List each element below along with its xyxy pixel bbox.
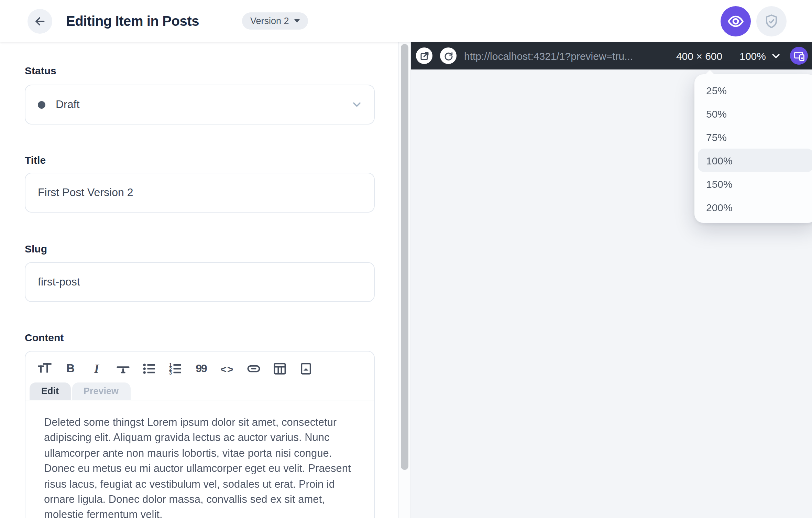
shield-check-icon <box>763 13 780 30</box>
status-dot-icon <box>38 101 45 108</box>
content-label: Content <box>25 332 64 343</box>
status-label: Status <box>25 65 56 76</box>
editor-toolbar: B I 123 99 <> <box>25 352 374 378</box>
italic-button[interactable]: I <box>89 360 105 377</box>
zoom-option-50[interactable]: 50% <box>698 102 812 125</box>
preview-toolbar: http://localhost:4321/1?preview=tru... 4… <box>411 42 812 69</box>
title-input[interactable]: First Post Version 2 <box>25 173 375 213</box>
strikethrough-icon <box>115 361 130 376</box>
panel-scrollbar-thumb[interactable] <box>401 44 408 470</box>
content-editor: B I 123 99 <> <box>25 351 375 518</box>
open-in-new-tab-button[interactable] <box>416 47 432 64</box>
zoom-option-200[interactable]: 200% <box>698 195 812 219</box>
tab-edit[interactable]: Edit <box>30 382 70 400</box>
quote-button[interactable]: 99 <box>193 360 209 377</box>
unordered-list-icon <box>141 361 156 376</box>
zoom-dropdown-menu: 25% 50% 75% 100% 150% 200% <box>694 74 812 223</box>
slug-label: Slug <box>25 243 47 255</box>
table-button[interactable] <box>272 360 287 377</box>
zoom-option-150[interactable]: 150% <box>698 172 812 195</box>
zoom-option-25[interactable]: 25% <box>698 78 812 102</box>
content-textarea[interactable]: Deleted some thingst Lorem ipsum dolor s… <box>25 400 373 518</box>
text-size-icon <box>37 361 52 376</box>
page-title: Editing Item in Posts <box>66 13 199 29</box>
arrow-left-icon <box>33 14 47 28</box>
link-icon <box>246 361 261 376</box>
app-window: Status Draft Title First Post Version 2 … <box>0 0 812 518</box>
text-size-button[interactable] <box>36 360 52 377</box>
validation-shield-button[interactable] <box>756 6 787 36</box>
image-icon <box>298 361 313 376</box>
back-button[interactable] <box>28 9 52 34</box>
editor-tabs: Edit Preview <box>25 382 374 400</box>
bold-icon: B <box>66 362 75 376</box>
panel-scrollbar-track[interactable] <box>398 42 410 518</box>
app-header: Editing Item in Posts Version 2 <box>0 0 812 42</box>
bold-button[interactable]: B <box>63 360 78 377</box>
unordered-list-button[interactable] <box>141 360 157 377</box>
preview-eye-button[interactable] <box>721 6 751 36</box>
italic-icon: I <box>94 361 99 376</box>
zoom-option-75[interactable]: 75% <box>698 125 812 149</box>
slug-input[interactable]: first-post <box>25 262 375 302</box>
zoom-option-100[interactable]: 100% <box>698 149 812 172</box>
zoom-value: 100% <box>739 50 766 62</box>
code-icon: <> <box>220 363 234 375</box>
refresh-preview-button[interactable] <box>440 47 457 64</box>
strikethrough-button[interactable] <box>115 360 131 377</box>
status-select[interactable]: Draft <box>25 85 375 125</box>
code-view-button[interactable]: <> <box>219 360 235 377</box>
edit-form-panel: Status Draft Title First Post Version 2 … <box>0 42 398 518</box>
caret-down-icon <box>295 19 300 23</box>
chevron-down-icon <box>351 98 363 111</box>
zoom-select[interactable]: 100% <box>739 50 781 62</box>
chevron-down-icon <box>771 51 781 61</box>
open-external-icon <box>419 51 429 61</box>
refresh-icon <box>443 51 453 61</box>
status-value: Draft <box>56 98 79 111</box>
title-label: Title <box>25 154 46 166</box>
svg-text:3: 3 <box>169 370 172 376</box>
image-button[interactable] <box>298 360 314 377</box>
version-selector[interactable]: Version 2 <box>242 12 308 30</box>
tab-preview[interactable]: Preview <box>72 382 130 400</box>
device-size-button[interactable] <box>790 47 808 65</box>
ordered-list-icon: 123 <box>167 361 183 376</box>
link-button[interactable] <box>245 360 261 377</box>
eye-icon <box>727 12 745 30</box>
version-label: Version 2 <box>250 16 289 26</box>
table-icon <box>272 361 287 376</box>
ordered-list-button[interactable]: 123 <box>167 360 183 377</box>
preview-url[interactable]: http://localhost:4321/1?preview=tru... <box>464 50 668 62</box>
preview-dimensions: 400 × 600 <box>676 50 722 62</box>
quote-icon: 99 <box>196 363 207 375</box>
devices-icon <box>793 50 805 62</box>
